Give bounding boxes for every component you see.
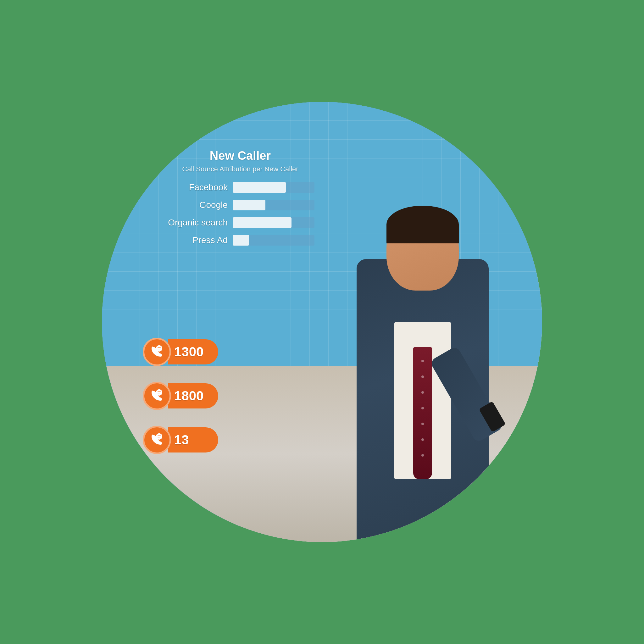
badge-1800-icon-circle (143, 382, 171, 410)
chart-subtitle: Call Source Attribution per New Caller (158, 165, 322, 173)
chart-row-organic-search: Organic search (158, 217, 322, 228)
badge-13: 13 (143, 426, 218, 454)
badges-container: 1300 1800 (143, 338, 218, 454)
svg-point-6 (156, 389, 162, 396)
bar-fill-facebook (233, 182, 286, 193)
badge-13-label: 13 (168, 427, 218, 452)
bar-fill-press-ad (233, 235, 249, 246)
chart-label-google: Google (158, 200, 228, 210)
badge-1300-label: 1300 (168, 339, 218, 364)
phone-chat-icon (149, 388, 165, 404)
svg-rect-3 (158, 349, 160, 349)
person-illustration (328, 196, 517, 542)
chart-panel: New Caller Call Source Attribution per N… (152, 143, 328, 259)
badge-1800: 1800 (143, 382, 218, 410)
svg-rect-12 (158, 436, 161, 436)
chart-row-press-ad: Press Ad (158, 235, 322, 246)
svg-rect-7 (158, 391, 161, 392)
phone-device (479, 401, 506, 432)
chart-label-facebook: Facebook (158, 182, 228, 192)
person-tie (413, 347, 432, 479)
badge-1800-label: 1800 (168, 383, 218, 408)
chart-row-google: Google (158, 200, 322, 210)
phone-chat-icon (149, 432, 165, 448)
chart-label-press-ad: Press Ad (158, 235, 228, 245)
person-head (386, 206, 459, 291)
chart-row-facebook: Facebook (158, 182, 322, 193)
chart-title: New Caller (158, 149, 322, 163)
svg-point-1 (156, 345, 162, 352)
svg-point-11 (156, 433, 162, 440)
phone-chat-icon (149, 344, 165, 360)
bar-fill-google (233, 200, 265, 210)
bar-track-press-ad (233, 235, 314, 246)
main-circle: New Caller Call Source Attribution per N… (102, 102, 542, 542)
person-hair (386, 206, 459, 243)
badge-13-icon-circle (143, 426, 171, 454)
badge-1300: 1300 (143, 338, 218, 366)
bar-track-facebook (233, 182, 314, 193)
bar-track-organic-search (233, 217, 314, 228)
svg-rect-2 (158, 347, 161, 348)
bar-track-google (233, 200, 314, 210)
chart-label-organic-search: Organic search (158, 218, 228, 228)
chart-rows-container: Facebook Google Organic search Press Ad (158, 182, 322, 246)
svg-rect-13 (158, 437, 160, 437)
bar-fill-organic-search (233, 217, 291, 228)
badge-1300-icon-circle (143, 338, 171, 366)
person-body (357, 259, 489, 542)
svg-rect-8 (158, 393, 160, 393)
